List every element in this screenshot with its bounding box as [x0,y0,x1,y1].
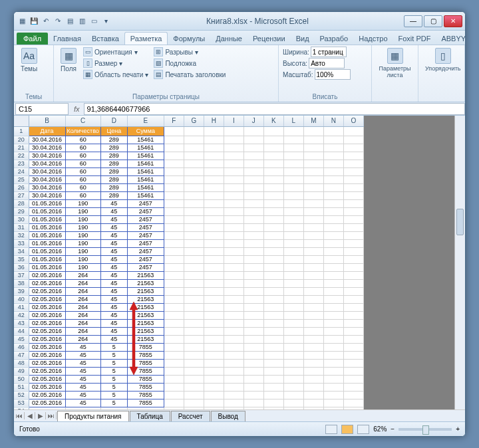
row-header[interactable]: 25 [14,175,29,183]
data-cell[interactable]: 01.05.2016 [29,223,65,231]
data-cell[interactable]: 01.05.2016 [29,263,65,271]
tab-file[interactable]: Файл [17,33,48,45]
fx-icon[interactable]: fx [70,105,84,113]
data-cell[interactable]: 02.05.2016 [29,375,65,383]
data-cell[interactable]: 30.04.2016 [29,168,65,175]
empty-cell[interactable] [29,407,65,409]
print-area-button[interactable]: ▦Область печати▾ [82,69,150,80]
data-cell[interactable]: 2457 [127,223,164,231]
data-cell[interactable]: 30.04.2016 [29,183,65,191]
empty-cell[interactable] [164,407,184,409]
themes-button[interactable]: Aa Темы [18,47,40,74]
row-header[interactable]: 29 [14,207,29,215]
row-header[interactable]: 34 [14,247,29,255]
data-cell[interactable]: 45 [100,239,127,247]
empty-cell[interactable] [323,407,343,409]
tab-nav-next[interactable]: ▶ [35,412,46,419]
data-cell[interactable]: 60 [65,183,100,191]
data-cell[interactable]: 190 [65,199,100,207]
empty-cell[interactable] [204,407,224,409]
data-cell[interactable]: 5 [100,351,127,359]
row-header[interactable]: 52 [14,391,29,399]
height-input[interactable] [309,58,345,68]
row-header[interactable]: 46 [14,343,29,351]
data-cell[interactable]: 190 [65,247,100,255]
data-cell[interactable]: 190 [65,223,100,231]
spreadsheet-grid[interactable]: BCDEFGHIJKLMNO1ДатаКоличествоЦенаСумма20… [14,116,364,409]
zoom-in-button[interactable]: + [456,425,460,433]
arrange-button[interactable]: ▯Упорядочить [422,47,464,73]
data-cell[interactable]: 190 [65,207,100,215]
row-header[interactable]: 24 [14,168,29,175]
data-cell[interactable]: 2457 [127,239,164,247]
empty-cell[interactable] [243,407,263,409]
data-cell[interactable]: 02.05.2016 [29,311,65,319]
data-cell[interactable]: 289 [100,160,127,168]
row-header[interactable]: 30 [14,215,29,223]
data-cell[interactable]: 45 [65,367,100,375]
size-button[interactable]: ▯Размер▾ [82,58,150,68]
data-cell[interactable]: 45 [100,279,127,287]
empty-cell[interactable] [283,407,303,409]
data-cell[interactable]: 45 [65,351,100,359]
data-cell[interactable]: 45 [100,231,127,239]
width-input[interactable] [311,47,347,57]
data-cell[interactable]: 21563 [127,287,164,295]
data-cell[interactable]: 2457 [127,247,164,255]
row-header[interactable]: 45 [14,335,29,343]
data-cell[interactable]: 01.05.2016 [29,239,65,247]
data-cell[interactable]: 2457 [127,231,164,239]
margins-button[interactable]: ▦Поля [58,47,79,74]
tab-nav-first[interactable]: ⏮ [14,412,25,419]
row-header[interactable]: 23 [14,160,29,168]
empty-cell[interactable] [303,407,323,409]
scale-input[interactable] [315,69,351,80]
data-cell[interactable]: 02.05.2016 [29,399,65,407]
row-header[interactable]: 38 [14,279,29,287]
data-cell[interactable]: 289 [100,191,127,199]
data-cell[interactable]: 02.05.2016 [29,303,65,311]
data-cell[interactable]: 45 [65,359,100,367]
data-cell[interactable]: 264 [65,279,100,287]
row-header[interactable]: 22 [14,152,29,160]
data-cell[interactable]: 289 [100,136,127,144]
data-cell[interactable]: 01.05.2016 [29,199,65,207]
column-header[interactable]: G [184,116,204,126]
row-header[interactable]: 36 [14,263,29,271]
data-cell[interactable]: 45 [100,263,127,271]
data-cell[interactable]: 7855 [127,359,164,367]
qat-icon[interactable]: ▥ [77,16,87,27]
sheet-tab[interactable]: Таблица [130,411,170,421]
sheet-options-button[interactable]: ▦Параметры листа [376,47,414,80]
data-cell[interactable]: 190 [65,239,100,247]
vertical-scrollbar[interactable] [454,116,465,409]
data-cell[interactable]: 5 [100,391,127,399]
maximize-button[interactable]: ▢ [424,15,442,27]
data-cell[interactable]: 15461 [127,144,164,152]
row-header[interactable]: 37 [14,271,29,279]
data-cell[interactable]: 264 [65,311,100,319]
data-cell[interactable]: 2457 [127,263,164,271]
data-cell[interactable]: 15461 [127,136,164,144]
row-header[interactable]: 35 [14,255,29,263]
data-cell[interactable]: 02.05.2016 [29,359,65,367]
row-header[interactable]: 32 [14,231,29,239]
data-cell[interactable]: 7855 [127,383,164,391]
save-icon[interactable]: 💾 [29,16,39,27]
sheet-tab-active[interactable]: Продукты питания [57,411,129,421]
data-cell[interactable]: 15461 [127,175,164,183]
data-cell[interactable]: 02.05.2016 [29,391,65,399]
empty-cell[interactable] [65,407,100,409]
row-header[interactable]: 49 [14,367,29,375]
data-cell[interactable]: 7855 [127,367,164,375]
sheet-tab[interactable]: Рассчет [171,411,210,421]
row-header[interactable]: 47 [14,351,29,359]
view-break-button[interactable] [357,425,369,434]
data-cell[interactable]: 01.05.2016 [29,255,65,263]
row-header[interactable]: 39 [14,287,29,295]
data-cell[interactable]: 60 [65,160,100,168]
row-header[interactable]: 51 [14,383,29,391]
data-cell[interactable]: 21563 [127,271,164,279]
data-cell[interactable]: 264 [65,295,100,303]
data-cell[interactable]: 60 [65,168,100,175]
